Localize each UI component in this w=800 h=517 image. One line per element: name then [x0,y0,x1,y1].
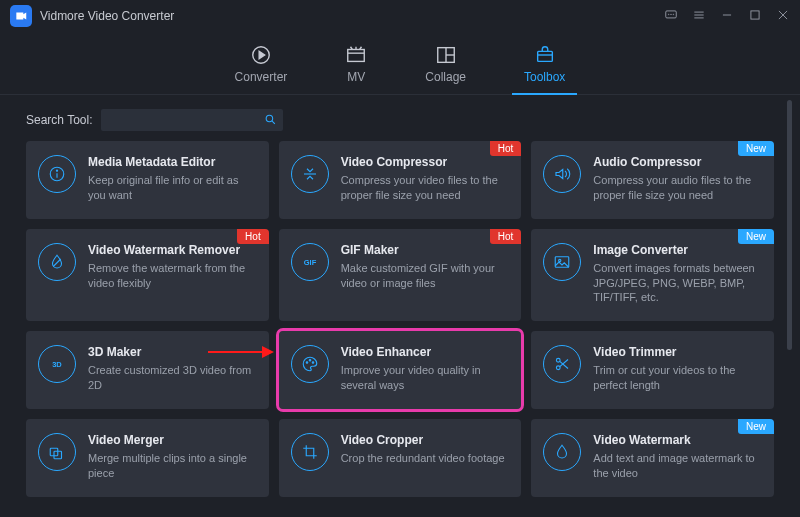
tool-card-video-watermark-remover[interactable]: HotVideo Watermark RemoverRemove the wat… [26,229,269,322]
new-badge: New [738,229,774,244]
tool-card-image-converter[interactable]: NewImage ConverterConvert images formats… [531,229,774,322]
title-bar: Vidmore Video Converter [0,0,800,32]
app-logo [10,5,32,27]
tool-desc: Add text and image watermark to the vide… [593,451,762,481]
svg-line-21 [272,121,275,124]
tool-desc: Compress your video files to the proper … [341,173,510,203]
tool-title: Video Enhancer [341,345,510,359]
tab-mv[interactable]: MV [339,38,373,94]
tool-card-video-trimmer[interactable]: Video TrimmerTrim or cut your videos to … [531,331,774,409]
palette-icon [291,345,329,383]
tool-card-media-metadata-editor[interactable]: Media Metadata EditorKeep original file … [26,141,269,219]
watermark-icon [543,433,581,471]
svg-text:3D: 3D [52,360,62,369]
tab-label: Converter [235,70,288,84]
tool-desc: Create customized 3D video from 2D [88,363,257,393]
tool-title: Video Watermark Remover [88,243,257,257]
merge-icon [38,433,76,471]
search-icon[interactable] [264,113,277,126]
info-icon [38,155,76,193]
hot-badge: Hot [490,229,522,244]
tool-card-video-enhancer[interactable]: Video EnhancerImprove your video quality… [279,331,522,409]
tool-card-video-merger[interactable]: Video MergerMerge multiple clips into a … [26,419,269,497]
tool-title: GIF Maker [341,243,510,257]
svg-point-2 [671,14,672,15]
tool-title: Video Watermark [593,433,762,447]
tool-title: Media Metadata Editor [88,155,257,169]
compress-icon [291,155,329,193]
tool-desc: Remove the watermark from the video flex… [88,261,257,291]
svg-line-26 [53,259,61,267]
maximize-button[interactable] [748,8,762,25]
tool-title: Audio Compressor [593,155,762,169]
tab-label: MV [347,70,365,84]
drop-icon [38,243,76,281]
svg-point-35 [557,366,561,370]
tool-desc: Make customized GIF with your video or i… [341,261,510,291]
svg-rect-13 [348,50,365,62]
tool-card-video-cropper[interactable]: Video CropperCrop the redundant video fo… [279,419,522,497]
tab-label: Collage [425,70,466,84]
tab-toolbox[interactable]: Toolbox [518,38,571,94]
new-badge: New [738,419,774,434]
hot-badge: Hot [237,229,269,244]
tool-title: 3D Maker [88,345,257,359]
minimize-button[interactable] [720,8,734,25]
svg-rect-18 [537,51,552,61]
tool-title: Video Merger [88,433,257,447]
svg-marker-12 [259,51,265,58]
tab-collage[interactable]: Collage [419,38,472,94]
image-icon [543,243,581,281]
svg-point-31 [306,362,308,364]
tool-title: Video Trimmer [593,345,762,359]
tool-title: Image Converter [593,243,762,257]
new-badge: New [738,141,774,156]
tool-desc: Merge multiple clips into a single piece [88,451,257,481]
tool-card-video-watermark[interactable]: NewVideo WatermarkAdd text and image wat… [531,419,774,497]
tool-title: Video Compressor [341,155,510,169]
crop-icon [291,433,329,471]
svg-point-34 [557,359,561,363]
tool-desc: Compress your audio files to the proper … [593,173,762,203]
gif-icon: GIF [291,243,329,281]
svg-point-3 [673,14,674,15]
scissors-icon [543,345,581,383]
tool-card-3d-maker[interactable]: 3D3D MakerCreate customized 3D video fro… [26,331,269,409]
search-label: Search Tool: [26,113,93,127]
svg-point-24 [56,170,57,171]
svg-point-1 [668,14,669,15]
tool-desc: Improve your video quality in several wa… [341,363,510,393]
tool-desc: Keep original file info or edit as you w… [88,173,257,203]
svg-point-20 [266,115,273,122]
svg-rect-8 [751,10,759,18]
search-row: Search Tool: [0,95,800,141]
tool-desc: Crop the redundant video footage [341,451,510,466]
tab-converter[interactable]: Converter [229,38,294,94]
main-tabs: Converter MV Collage Toolbox [0,32,800,95]
tool-title: Video Cropper [341,433,510,447]
menu-icon[interactable] [692,8,706,25]
scrollbar[interactable] [787,100,792,480]
hot-badge: Hot [490,141,522,156]
tool-grid: Media Metadata EditorKeep original file … [0,141,800,517]
svg-point-32 [309,360,311,362]
app-title: Vidmore Video Converter [40,9,174,23]
tool-card-audio-compressor[interactable]: NewAudio CompressorCompress your audio f… [531,141,774,219]
audio-icon [543,155,581,193]
tool-desc: Trim or cut your videos to the perfect l… [593,363,762,393]
svg-point-33 [312,362,314,364]
tool-desc: Convert images formats between JPG/JPEG,… [593,261,762,306]
threed-icon: 3D [38,345,76,383]
tool-card-video-compressor[interactable]: HotVideo CompressorCompress your video f… [279,141,522,219]
tool-card-gif-maker[interactable]: HotGIFGIF MakerMake customized GIF with … [279,229,522,322]
feedback-icon[interactable] [664,8,678,25]
svg-text:GIF: GIF [303,258,316,267]
search-input[interactable] [101,109,283,131]
tab-label: Toolbox [524,70,565,84]
close-button[interactable] [776,8,790,25]
